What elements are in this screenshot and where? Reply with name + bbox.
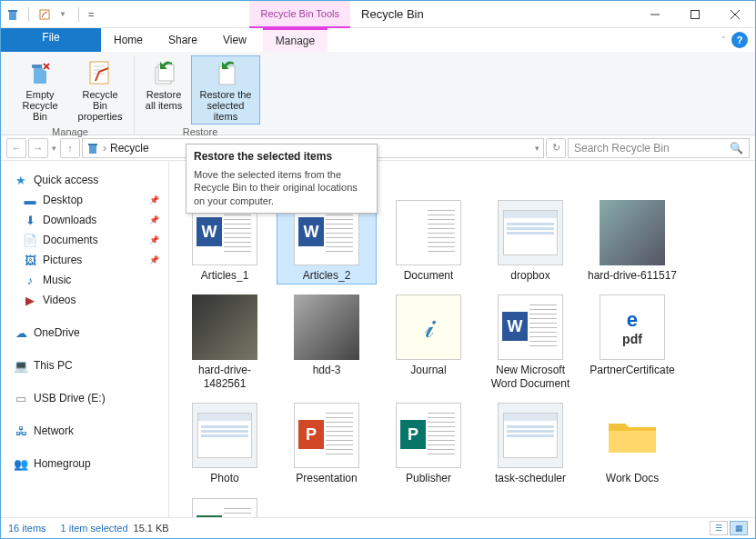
file-name: Journal: [410, 364, 446, 376]
ribbon-collapse-icon[interactable]: ˄: [721, 35, 726, 45]
recycle-bin-icon: [6, 8, 19, 21]
file-item[interactable]: WNew Microsoft Word Document: [480, 292, 580, 393]
nav-onedrive[interactable]: ☁OneDrive: [1, 323, 168, 343]
tab-view[interactable]: View: [210, 28, 259, 52]
restore-all-icon: [149, 58, 178, 87]
nav-label: Documents: [43, 234, 98, 246]
homegroup-icon: 👥: [14, 456, 28, 471]
music-icon: ♪: [23, 273, 37, 287]
details-view-button[interactable]: ☰: [710, 521, 728, 535]
properties-icon: [86, 58, 115, 87]
nav-this-pc[interactable]: 💻This PC: [1, 355, 168, 375]
status-bar: 16 items 1 item selected 15.1 KB ☰ ▦: [1, 517, 755, 537]
tab-home[interactable]: Home: [101, 28, 156, 52]
pictures-icon: 🖼: [23, 253, 37, 267]
file-item[interactable]: hard-drive-1482561: [175, 292, 275, 393]
nav-pictures[interactable]: 🖼Pictures: [1, 250, 168, 270]
address-dropdown-icon[interactable]: ▾: [535, 144, 539, 153]
nav-music[interactable]: ♪Music: [1, 270, 168, 290]
file-item[interactable]: Photo: [175, 400, 275, 487]
search-icon: 🔍: [730, 142, 743, 155]
close-button[interactable]: [715, 1, 755, 28]
file-name: New Microsoft Word Document: [483, 364, 578, 390]
file-list[interactable]: WArticles_1WArticles_2Documentdropboxhar…: [169, 161, 755, 517]
file-item[interactable]: PPublisher: [378, 400, 479, 487]
nav-desktop[interactable]: ▬Desktop: [1, 190, 168, 210]
nav-downloads[interactable]: ⬇Downloads: [1, 210, 168, 230]
recycle-bin-properties-button[interactable]: Recycle Bin properties: [72, 55, 128, 125]
nav-label: Network: [34, 424, 74, 437]
file-name: PartnerCertificate: [590, 364, 674, 376]
file-item[interactable]: hard-drive-611517: [582, 197, 682, 284]
nav-quick-access[interactable]: ★Quick access: [1, 170, 168, 190]
nav-usb[interactable]: ▭USB Drive (E:): [1, 388, 168, 408]
restore-selected-button[interactable]: Restore the selected items: [191, 55, 260, 125]
file-item[interactable]: hdd-3: [277, 292, 377, 393]
file-item[interactable]: XWorksheet: [175, 495, 275, 517]
file-item[interactable]: task-scheduler: [480, 400, 580, 487]
breadcrumb-separator[interactable]: ›: [103, 142, 106, 155]
tab-share[interactable]: Share: [156, 28, 210, 52]
videos-icon: ▶: [23, 293, 37, 307]
svg-rect-7: [34, 68, 46, 84]
nav-documents[interactable]: 📄Documents: [1, 230, 168, 250]
file-item[interactable]: PPresentation: [277, 400, 377, 487]
minimize-button[interactable]: [635, 1, 675, 28]
usb-icon: ▭: [14, 391, 28, 405]
nav-label: USB Drive (E:): [34, 392, 106, 404]
restore-all-button[interactable]: Restore all items: [140, 55, 187, 125]
file-item[interactable]: 𝒾Journal: [378, 292, 479, 393]
nav-label: Music: [43, 274, 71, 286]
tooltip-title: Restore the selected items: [194, 150, 369, 163]
nav-videos[interactable]: ▶Videos: [1, 290, 168, 310]
properties-icon[interactable]: [38, 8, 51, 21]
titlebar: ▼ = Recycle Bin Tools Recycle Bin: [1, 1, 755, 28]
star-icon: ★: [14, 173, 28, 187]
file-item[interactable]: dropbox: [480, 197, 580, 284]
nav-label: Desktop: [43, 194, 83, 206]
back-button[interactable]: ←: [6, 138, 26, 158]
nav-label: This PC: [34, 359, 73, 372]
nav-pane: ★Quick access ▬Desktop ⬇Downloads 📄Docum…: [1, 161, 169, 517]
icons-view-button[interactable]: ▦: [730, 521, 748, 535]
nav-label: Downloads: [43, 214, 96, 226]
nav-label: Quick access: [34, 174, 98, 186]
ribbon-group-manage: Empty Recycle Bin Recycle Bin properties…: [6, 55, 135, 135]
nav-label: Pictures: [43, 254, 82, 266]
file-item[interactable]: epdfPartnerCertificate: [582, 292, 682, 393]
file-item[interactable]: Document: [378, 197, 479, 284]
button-label: Recycle Bin properties: [76, 89, 124, 122]
forward-button[interactable]: →: [28, 138, 48, 158]
file-name: Presentation: [296, 472, 357, 484]
search-box[interactable]: Search Recycle Bin 🔍: [568, 138, 750, 158]
file-name: Articles_2: [303, 269, 351, 282]
contextual-tab-label: Recycle Bin Tools: [249, 1, 350, 28]
button-label: Restore all items: [145, 89, 183, 111]
recycle-bin-icon: [86, 142, 99, 155]
help-button[interactable]: ?: [731, 32, 748, 48]
file-item[interactable]: Work Docs: [582, 400, 682, 487]
file-name: Publisher: [406, 472, 451, 484]
nav-homegroup[interactable]: 👥Homegroup: [1, 454, 168, 474]
qat-overflow[interactable]: =: [88, 9, 94, 20]
tab-manage[interactable]: Manage: [263, 28, 328, 52]
tab-file[interactable]: File: [1, 28, 101, 52]
maximize-button[interactable]: [675, 1, 715, 28]
history-dropdown[interactable]: ▾: [50, 144, 58, 153]
breadcrumb-item[interactable]: Recycle: [110, 142, 149, 155]
file-name: task-scheduler: [495, 472, 566, 484]
qat-dropdown-icon[interactable]: ▼: [56, 8, 69, 21]
desktop-icon: ▬: [23, 193, 37, 207]
onedrive-icon: ☁: [14, 325, 28, 340]
refresh-button[interactable]: ↻: [546, 138, 566, 158]
documents-icon: 📄: [23, 233, 37, 247]
button-label: Restore the selected items: [196, 89, 256, 122]
nav-network[interactable]: 🖧Network: [1, 421, 168, 441]
file-name: Work Docs: [606, 472, 659, 484]
empty-recycle-bin-button[interactable]: Empty Recycle Bin: [12, 55, 68, 125]
network-icon: 🖧: [14, 424, 28, 438]
up-button[interactable]: ↑: [60, 138, 80, 158]
search-placeholder: Search Recycle Bin: [574, 142, 670, 155]
nav-label: OneDrive: [34, 326, 80, 339]
status-selected: 1 item selected: [61, 523, 128, 534]
